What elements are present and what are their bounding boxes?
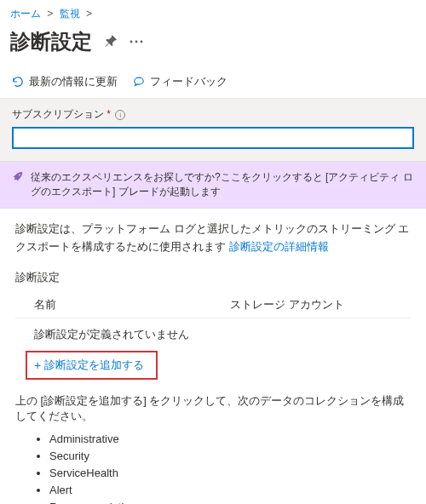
subscription-label-row: サブスクリプション * i: [0, 99, 426, 127]
rocket-icon: [12, 171, 24, 186]
subscription-input[interactable]: [12, 127, 414, 149]
list-item: Security: [49, 448, 411, 465]
breadcrumb-home[interactable]: ホーム: [10, 8, 41, 20]
refresh-icon: [12, 76, 24, 88]
learn-more-link[interactable]: 診断設定の詳細情報: [229, 240, 329, 253]
add-label: 診断設定を追加する: [44, 358, 144, 373]
list-item: Recommendation: [49, 499, 411, 504]
table-header: 名前 ストレージ アカウント: [15, 292, 411, 318]
col-name: 名前: [34, 297, 230, 312]
list-item: Alert: [49, 482, 411, 499]
page-title: 診断設定: [10, 28, 92, 55]
subscription-label: サブスクリプション: [12, 108, 104, 120]
chevron-right-icon: >: [47, 8, 53, 20]
required-mark: *: [106, 108, 111, 120]
info-banner[interactable]: 従来のエクスペリエンスをお探しですか?ここをクリックすると [アクティビティ ロ…: [0, 161, 426, 209]
add-diagnostic-setting-button[interactable]: + 診断設定を追加する: [26, 351, 158, 380]
pin-icon[interactable]: [104, 35, 118, 49]
banner-text: 従来のエクスペリエンスをお探しですか?ここをクリックすると [アクティビティ ロ…: [31, 170, 414, 199]
plus-icon: +: [34, 359, 41, 371]
list-item: Administrative: [49, 431, 411, 448]
title-bar: 診断設定: [0, 25, 426, 66]
col-storage: ストレージ アカウント: [230, 297, 344, 312]
instruction-text: 上の [診断設定を追加する] をクリックして、次のデータのコレクションを構成して…: [15, 393, 411, 424]
feedback-label: フィードバック: [150, 74, 227, 89]
description-text: 診断設定は、プラットフォーム ログと選択したメトリックのストリーミング エクスポ…: [15, 222, 409, 253]
svg-point-0: [130, 41, 133, 43]
feedback-button[interactable]: フィードバック: [133, 74, 227, 89]
section-label: 診断設定: [15, 270, 411, 285]
list-item: ServiceHealth: [49, 465, 411, 482]
svg-point-2: [141, 41, 143, 43]
breadcrumb: ホーム > 監視 >: [0, 0, 426, 25]
svg-point-1: [135, 41, 138, 43]
info-icon[interactable]: i: [115, 110, 125, 120]
breadcrumb-monitor[interactable]: 監視: [60, 8, 80, 20]
table-empty-row: 診断設定が定義されていません: [15, 318, 411, 351]
refresh-button[interactable]: 最新の情報に更新: [12, 74, 118, 89]
command-bar: 最新の情報に更新 フィードバック: [0, 66, 426, 99]
chevron-right-icon: >: [86, 8, 92, 20]
description: 診断設定は、プラットフォーム ログと選択したメトリックのストリーミング エクスポ…: [15, 220, 411, 256]
refresh-label: 最新の情報に更新: [29, 74, 118, 89]
category-list: Administrative Security ServiceHealth Al…: [49, 431, 411, 504]
more-icon[interactable]: [130, 40, 143, 43]
feedback-icon: [133, 76, 145, 88]
